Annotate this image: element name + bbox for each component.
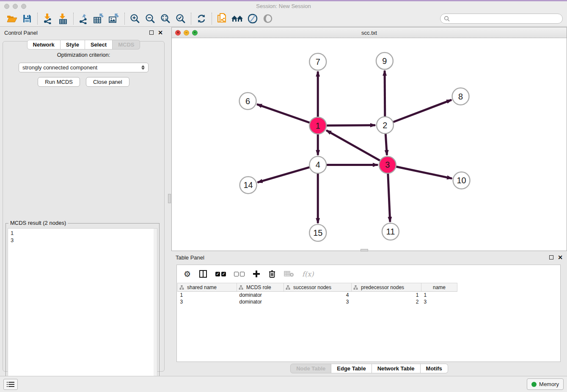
task-history-button[interactable] [3, 379, 18, 390]
eye-disabled-icon [263, 14, 273, 24]
table-tabs: Node Table Edge Table Network Table Moti… [171, 364, 567, 373]
import-network-icon [43, 13, 53, 24]
add-column-icon[interactable] [253, 270, 260, 278]
column-type-icon [179, 285, 184, 290]
column-header-name[interactable]: name [421, 283, 457, 292]
table-cell[interactable]: 1 [352, 292, 421, 298]
table-cell[interactable]: dominator [237, 292, 284, 298]
minimize-view-icon[interactable]: − [184, 30, 189, 36]
float-panel-icon[interactable] [149, 30, 154, 35]
close-view-icon[interactable]: ✕ [175, 30, 181, 36]
tab-motifs[interactable]: Motifs [421, 364, 448, 373]
close-panel-button[interactable]: Close panel [86, 77, 129, 87]
select-all-checkboxes-icon[interactable]: ✓✓ [215, 272, 226, 276]
home-layout-icon [231, 14, 244, 23]
graph-edge-3-10[interactable] [396, 167, 452, 179]
graph-edge-3-1[interactable] [326, 130, 380, 161]
export-network-button[interactable] [76, 12, 91, 25]
table-cell[interactable]: dominator [237, 298, 284, 305]
table-cell[interactable]: 3 [178, 298, 237, 305]
zoom-in-icon [130, 14, 140, 24]
horizontal-splitter-handle[interactable] [361, 249, 368, 251]
export-table-button[interactable] [91, 12, 107, 25]
graph-edge-1-2[interactable] [326, 125, 375, 126]
network-canvas[interactable]: 7968124314101511 [172, 38, 567, 251]
optimization-criterion-label: Optimization criterion: [3, 52, 164, 58]
main-toolbar [0, 11, 567, 27]
delete-table-icon[interactable] [284, 271, 294, 277]
result-scrollbar[interactable] [154, 229, 157, 381]
run-mcds-button[interactable]: Run MCDS [38, 77, 80, 87]
column-header-predecessor-nodes[interactable]: predecessor nodes [352, 283, 421, 292]
optimization-criterion-select[interactable]: strongly connected component [19, 63, 149, 72]
import-table-button[interactable] [55, 12, 71, 25]
table-row[interactable]: 1dominator411 [178, 292, 457, 298]
graph-edge-2-3[interactable] [385, 134, 387, 155]
tab-network-table[interactable]: Network Table [372, 364, 421, 373]
list-icon [7, 381, 14, 387]
graph-node-label: 4 [316, 160, 320, 169]
graph-edge-3-11[interactable] [388, 173, 390, 222]
search-input[interactable] [452, 16, 562, 22]
graph-node-label: 11 [386, 227, 395, 236]
zoom-out-button[interactable] [143, 12, 158, 25]
import-network-button[interactable] [40, 12, 55, 25]
table-cell[interactable]: 3 [421, 298, 457, 305]
vertical-splitter-handle[interactable] [168, 194, 171, 203]
tab-style[interactable]: Style [61, 40, 85, 50]
table-cell[interactable]: 1 [421, 292, 457, 298]
table-cell[interactable]: 1 [178, 292, 237, 298]
memory-button[interactable]: Memory [527, 378, 564, 390]
graph-edge-1-6[interactable] [257, 104, 310, 123]
close-panel-icon[interactable]: ✕ [158, 30, 163, 36]
graph-node-label: 9 [382, 56, 387, 66]
style-toggle-icon [247, 14, 258, 24]
delete-column-icon[interactable] [268, 270, 276, 278]
clone-network-button[interactable] [215, 12, 230, 25]
home-layout-button[interactable] [230, 12, 245, 25]
tab-network[interactable]: Network [27, 40, 61, 50]
split-panel-icon[interactable] [199, 270, 207, 278]
table-panel-title: Table Panel [176, 254, 204, 261]
table-cell[interactable]: 3 [284, 298, 352, 305]
table-cell[interactable]: 4 [284, 292, 352, 298]
table-cell[interactable]: 2 [352, 298, 421, 305]
toolbar-separator [37, 13, 38, 25]
graph-edge-4-14[interactable] [258, 167, 310, 182]
float-table-panel-icon[interactable] [549, 255, 553, 259]
tab-node-table[interactable]: Node Table [290, 364, 331, 373]
column-type-icon [239, 285, 243, 290]
column-header-mcds-role[interactable]: MCDS role [237, 283, 284, 292]
tab-mcds[interactable]: MCDS [113, 40, 140, 50]
close-table-panel-icon[interactable]: ✕ [558, 254, 563, 260]
column-header-successor-nodes[interactable]: successor nodes [284, 283, 352, 292]
column-header-shared-name[interactable]: shared name [178, 283, 237, 292]
network-graph[interactable]: 7968124314101511 [172, 38, 567, 251]
eye-toggle-button[interactable] [260, 12, 275, 25]
app-titlebar: Session: New Session [0, 1, 567, 11]
toolbar-separator [191, 13, 191, 25]
export-image-button[interactable] [107, 12, 122, 25]
tab-edge-table[interactable]: Edge Table [331, 364, 372, 373]
tab-select[interactable]: Select [85, 40, 113, 50]
save-session-button[interactable] [19, 12, 35, 25]
column-type-icon [286, 285, 290, 290]
deselect-checkboxes-icon[interactable] [234, 272, 245, 276]
maximize-view-icon[interactable]: + [192, 30, 198, 36]
search-icon [444, 16, 450, 22]
style-toggle-button[interactable] [245, 12, 260, 25]
refresh-button[interactable] [194, 12, 209, 25]
graph-edge-2-8[interactable] [393, 100, 452, 122]
open-session-button[interactable] [4, 12, 19, 25]
network-view-window: scc.txt ✕ − + 7968124314101511 [171, 27, 567, 251]
graph-edge-2-9[interactable] [385, 71, 385, 117]
zoom-selected-button[interactable] [173, 12, 188, 25]
table-row[interactable]: 3dominator323 [178, 298, 457, 305]
graph-node-label: 1 [316, 121, 320, 130]
mcds-result-textarea[interactable]: 13 [8, 228, 157, 381]
function-builder-icon[interactable]: f(x) [302, 270, 314, 278]
table-settings-gear-icon[interactable]: ⚙ [184, 270, 191, 278]
zoom-in-button[interactable] [127, 12, 143, 25]
search-field[interactable] [440, 14, 563, 24]
zoom-fit-button[interactable] [158, 12, 173, 25]
